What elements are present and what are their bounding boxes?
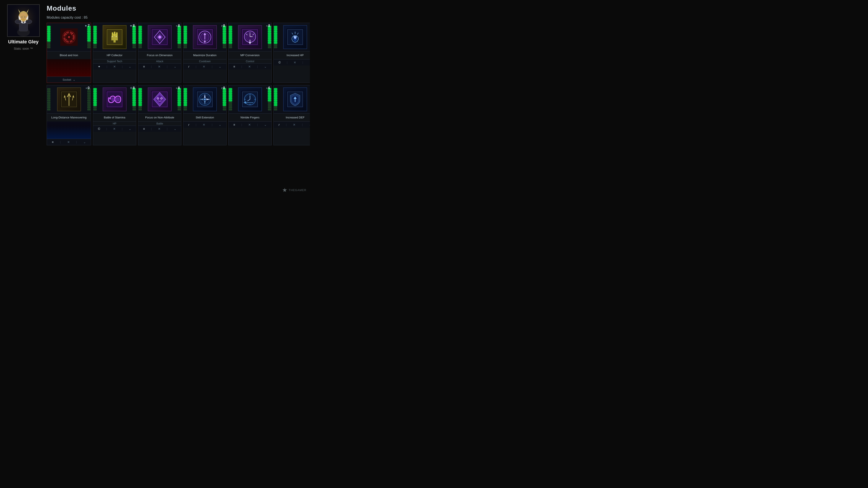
category-fdim: Attack <box>138 59 181 63</box>
svg-rect-28 <box>116 32 118 36</box>
module-icon-bg-fdim <box>148 25 172 49</box>
ctrl-remove-maxdur[interactable]: ✕ <box>203 65 205 68</box>
stats-label: Stats: soon <box>14 47 29 50</box>
ctrl-expand-focusnon[interactable]: ⌄ <box>174 127 177 131</box>
svg-point-9 <box>22 17 22 18</box>
mpconv-icon-svg <box>241 28 259 46</box>
ctrl-remove-incdef[interactable]: ✕ <box>293 123 296 126</box>
type-icon-blood: ✦ <box>85 24 87 28</box>
ctrl-expand-battlestam[interactable]: ⌄ <box>129 127 131 131</box>
ctrl-remove-focusnon[interactable]: ✕ <box>158 127 161 131</box>
ctrl-type-icon-skillext: r <box>188 123 189 126</box>
ctrl-sep2-maxdur: | <box>212 65 212 68</box>
energy-bars-left-battlestam <box>93 88 97 111</box>
ctrl-expand-maxdur[interactable]: ⌄ <box>219 65 221 68</box>
ctrl-expand-mpconv[interactable]: ⌄ <box>264 65 267 68</box>
ctrl-sep2-fdim: | <box>167 65 167 68</box>
level-num-focusnon: 8 <box>178 86 180 90</box>
card-top-mpconv: ≡ 8 <box>228 23 272 52</box>
level-num-hp: 8 <box>133 24 135 28</box>
energy-bars-left-longdist <box>47 88 51 111</box>
module-card-inc-hp: © 8 <box>273 23 310 83</box>
module-icon-area-nimble <box>228 85 272 113</box>
ctrl-type-icon-longdist: ≡ <box>52 140 54 144</box>
socket-chevron[interactable]: ⌄ <box>73 78 75 82</box>
module-icon-area-battlestam <box>93 85 136 113</box>
ctrl-remove-battlestam[interactable]: ✕ <box>113 127 116 131</box>
energy-bars-right-longdist <box>87 88 91 111</box>
svg-rect-26 <box>112 32 113 36</box>
svg-point-85 <box>205 99 205 100</box>
ctrl-remove-nimble[interactable]: ✕ <box>248 123 251 126</box>
ctrl-type-icon-battlestam: © <box>98 127 100 131</box>
card-controls-nimble: ≡ | ✕ | ⌄ <box>228 122 272 128</box>
card-controls-incdef: r | ✕ | ⌄ <box>274 122 310 128</box>
ctrl-expand-fdim[interactable]: ⌄ <box>174 65 177 68</box>
ctrl-remove-hp[interactable]: ✕ <box>113 65 116 68</box>
svg-point-10 <box>24 17 25 18</box>
card-controls-fdim: ≡ | ✕ | ⌄ <box>138 63 181 70</box>
type-icon-nimble: ≡ <box>266 87 268 89</box>
module-name-skillext: Skill Extension <box>183 113 226 122</box>
module-card-inc-def: r 8 <box>273 85 310 145</box>
ctrl-remove-inchp[interactable]: ✕ <box>293 61 296 64</box>
card-top-incdef: r 8 <box>274 85 310 113</box>
ctrl-remove-fdim[interactable]: ✕ <box>158 65 161 68</box>
card-controls-inchp: © | ✕ | ⌄ <box>274 59 310 65</box>
ctrl-remove-skillext[interactable]: ✕ <box>203 123 205 126</box>
module-name-maxdur: Maximize Duration <box>183 52 226 59</box>
module-icon-bg-inchp <box>283 25 307 49</box>
character-name: Ultimate Gley <box>8 39 39 45</box>
type-icon-mpconv: ≡ <box>266 25 268 27</box>
svg-point-75 <box>161 98 162 99</box>
module-card-focus-dim: ≡ 8 <box>138 23 181 83</box>
ctrl-type-icon-mpconv: ≡ <box>233 65 235 68</box>
module-icon-area-fdim <box>138 23 181 51</box>
ctrl-expand-hp[interactable]: ⌄ <box>129 65 131 68</box>
level-num-mpconv: 8 <box>268 24 270 28</box>
level-num-longdist: 0 <box>88 86 90 90</box>
module-name-incdef: Increased DEF <box>274 113 310 122</box>
ctrl-expand-inchp[interactable]: ⌄ <box>309 61 310 64</box>
ctrl-sep-hp: | <box>106 65 107 68</box>
module-icon-area-maxdur <box>183 23 226 51</box>
ctrl-type-icon-focusnon: ≡ <box>143 127 145 131</box>
module-icon-bg-longdist <box>57 88 81 111</box>
level-badge-hp: ✦ 8 <box>130 24 135 28</box>
modules-grid: ✦ 7 <box>46 23 310 145</box>
module-name-battlestam: Battle of Stamina <box>93 113 136 122</box>
module-icon-bg-blood <box>57 25 81 49</box>
ctrl-remove-longdist[interactable]: ✕ <box>67 140 70 144</box>
module-card-blood-and-iron: ✦ 7 <box>46 23 91 83</box>
ctrl-sep2-nimble: | <box>257 123 258 126</box>
module-name-longdist: Long-Distance Maneuvering <box>47 113 91 122</box>
watermark-text: THEGAMER <box>289 189 306 192</box>
type-icon-skillext: r <box>221 87 222 90</box>
card-top-blood: ✦ 7 <box>47 23 91 52</box>
ctrl-sep-mpconv: | <box>241 65 242 68</box>
modules-row-1: ✦ 7 <box>46 23 310 83</box>
module-name-nimble: Nimble Fingers <box>228 113 272 122</box>
ctrl-type-icon-inchp: © <box>278 61 281 64</box>
left-panel: Ultimate Gley Stats: soon ™ <box>4 4 42 191</box>
blood-icon-svg <box>60 28 78 46</box>
energy-bars-left-incdef <box>274 88 278 111</box>
right-content: Modules Modules capacity cost : 85 ✦ 7 <box>46 4 310 191</box>
ctrl-expand-longdist[interactable]: ⌄ <box>83 140 86 144</box>
socket-dropdown[interactable]: Socket ⌄ <box>47 76 91 83</box>
incdef-icon-svg <box>286 91 304 108</box>
ctrl-remove-mpconv[interactable]: ✕ <box>248 65 251 68</box>
ctrl-expand-skillext[interactable]: ⌄ <box>219 123 221 126</box>
ctrl-expand-incdef[interactable]: ⌄ <box>309 123 310 126</box>
stats-text: Stats: soon ™ <box>14 47 33 50</box>
type-icon-hp: ✦ <box>130 24 132 28</box>
ctrl-expand-nimble[interactable]: ⌄ <box>264 123 267 126</box>
inchp-icon-svg <box>286 28 304 46</box>
module-icon-area-incdef <box>274 85 310 113</box>
level-badge-fdim: ≡ 8 <box>176 24 180 28</box>
module-icon-area-inchp <box>274 23 310 51</box>
ctrl-sep-maxdur: | <box>196 65 196 68</box>
card-controls-focusnon: ≡ | ✕ | ⌄ <box>138 126 181 132</box>
page-title: Modules <box>46 4 310 12</box>
ctrl-sep-longdist: | <box>60 140 61 143</box>
